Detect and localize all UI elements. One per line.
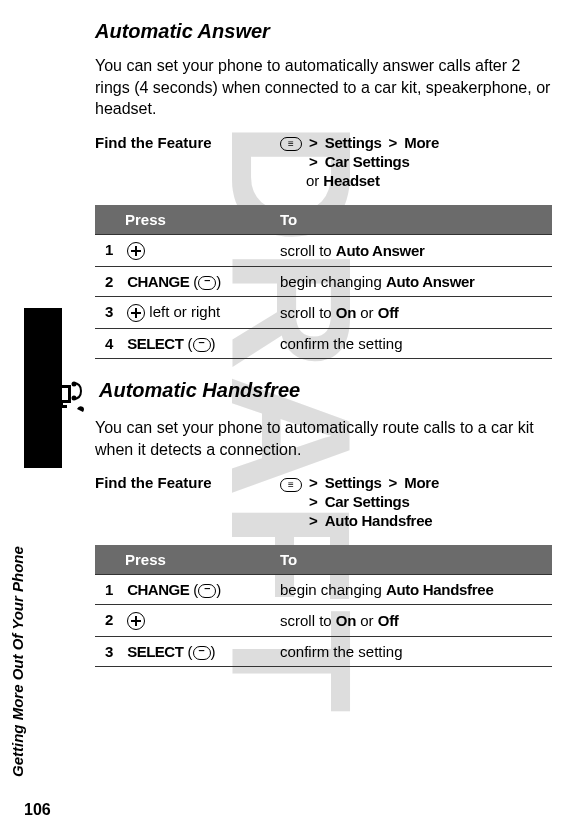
chapter-label: Getting More Out Of Your Phone xyxy=(9,546,26,777)
step-number: 1 xyxy=(105,581,123,598)
step-number: 2 xyxy=(105,611,123,628)
menu-key-icon xyxy=(280,137,302,151)
press-suffix: left or right xyxy=(145,303,220,320)
find-feature-block: Find the Feature > Settings > More > Car… xyxy=(95,474,552,531)
softkey-icon xyxy=(198,584,216,598)
separator-icon: > xyxy=(309,512,318,529)
step-to-bold: On xyxy=(336,304,356,321)
softkey-label: SELECT xyxy=(127,643,183,660)
step-to-prefix: scroll to xyxy=(280,304,336,321)
softkey-icon xyxy=(193,646,211,660)
find-feature-label: Find the Feature xyxy=(95,134,280,191)
table-header-press: Press xyxy=(95,205,270,235)
step-to-bold: On xyxy=(336,612,356,629)
step-to-bold: Auto Answer xyxy=(336,242,425,259)
path-or: or xyxy=(306,172,319,189)
table-row: 2 CHANGE () begin changing Auto Answer xyxy=(95,266,552,296)
softkey-icon xyxy=(193,338,211,352)
step-number: 1 xyxy=(105,241,123,258)
table-row: 1 scroll to Auto Answer xyxy=(95,234,552,266)
find-feature-path: > Settings > More > Car Settings > Auto … xyxy=(280,474,552,531)
step-to-prefix: confirm the setting xyxy=(280,335,403,352)
svg-point-5 xyxy=(72,395,77,400)
path-more: More xyxy=(404,474,439,491)
path-car-settings: Car Settings xyxy=(325,153,410,170)
step-to-prefix: begin changing xyxy=(280,273,386,290)
table-row: 3 left or right scroll to On or Off xyxy=(95,296,552,328)
steps-table-auto-answer: Press To 1 scroll to Auto Answer 2 CHANG… xyxy=(95,205,552,359)
step-to-middle: or xyxy=(356,304,378,321)
table-row: 1 CHANGE () begin changing Auto Handsfre… xyxy=(95,575,552,605)
separator-icon: > xyxy=(309,493,318,510)
section-desc-auto-answer: You can set your phone to automatically … xyxy=(95,55,552,120)
dpad-icon xyxy=(127,242,145,260)
softkey-icon xyxy=(198,276,216,290)
step-to-prefix: confirm the setting xyxy=(280,643,403,660)
page-content: Automatic Answer You can set your phone … xyxy=(0,0,582,707)
separator-icon: > xyxy=(389,474,398,491)
table-row: 2 scroll to On or Off xyxy=(95,605,552,637)
step-number: 4 xyxy=(105,335,123,352)
path-auto-handsfree: Auto Handsfree xyxy=(325,512,432,529)
path-settings: Settings xyxy=(325,134,382,151)
step-to-bold: Auto Answer xyxy=(386,273,475,290)
menu-key-icon xyxy=(280,478,302,492)
softkey-label: CHANGE xyxy=(127,273,189,290)
table-header-to: To xyxy=(270,545,552,575)
path-more: More xyxy=(404,134,439,151)
steps-table-auto-handsfree: Press To 1 CHANGE () begin changing Auto… xyxy=(95,545,552,667)
table-header-to: To xyxy=(270,205,552,235)
step-to-bold2: Off xyxy=(378,612,399,629)
find-feature-label: Find the Feature xyxy=(95,474,280,531)
section-title-auto-handsfree: Automatic Handsfree xyxy=(99,379,552,402)
separator-icon: > xyxy=(309,134,318,151)
separator-icon: > xyxy=(309,474,318,491)
dpad-icon xyxy=(127,304,145,322)
step-to-prefix: begin changing xyxy=(280,581,386,598)
section-desc-auto-handsfree: You can set your phone to automatically … xyxy=(95,417,552,460)
separator-icon: > xyxy=(389,134,398,151)
dpad-icon xyxy=(127,612,145,630)
step-to-prefix: scroll to xyxy=(280,242,336,259)
softkey-label: SELECT xyxy=(127,335,183,352)
step-number: 3 xyxy=(105,643,123,660)
step-number: 2 xyxy=(105,273,123,290)
table-row: 3 SELECT () confirm the setting xyxy=(95,637,552,667)
step-to-prefix: scroll to xyxy=(280,612,336,629)
table-row: 4 SELECT () confirm the setting xyxy=(95,328,552,358)
step-to-bold2: Off xyxy=(378,304,399,321)
find-feature-path: > Settings > More > Car Settings or Head… xyxy=(280,134,552,191)
section-title-auto-answer: Automatic Answer xyxy=(95,20,552,43)
path-headset: Headset xyxy=(323,172,379,189)
table-header-press: Press xyxy=(95,545,270,575)
path-car-settings: Car Settings xyxy=(325,493,410,510)
separator-icon: > xyxy=(309,153,318,170)
path-settings: Settings xyxy=(325,474,382,491)
side-tab-marker xyxy=(24,308,62,468)
step-number: 3 xyxy=(105,303,123,320)
step-to-bold: Auto Handsfree xyxy=(386,581,493,598)
svg-point-4 xyxy=(72,381,77,386)
softkey-label: CHANGE xyxy=(127,581,189,598)
step-to-middle: or xyxy=(356,612,378,629)
find-feature-block: Find the Feature > Settings > More > Car… xyxy=(95,134,552,191)
page-number: 106 xyxy=(24,801,51,819)
